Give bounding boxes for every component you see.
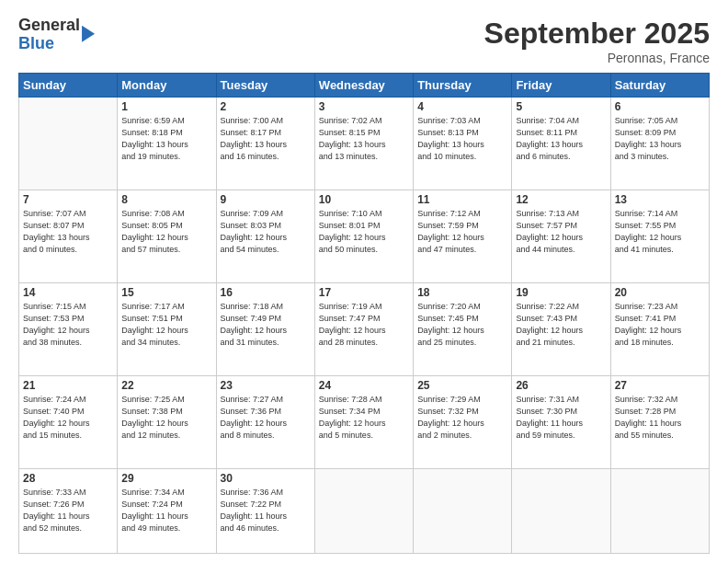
day-header-sunday: Sunday xyxy=(19,74,118,98)
calendar-cell: 12Sunrise: 7:13 AM Sunset: 7:57 PM Dayli… xyxy=(512,190,610,282)
day-number: 16 xyxy=(221,286,311,299)
day-number: 9 xyxy=(221,193,311,206)
day-info: Sunrise: 7:36 AM Sunset: 7:22 PM Dayligh… xyxy=(221,487,311,534)
day-number: 28 xyxy=(23,472,113,485)
logo-general: General xyxy=(18,17,80,35)
day-number: 22 xyxy=(121,379,211,392)
day-number: 19 xyxy=(516,286,606,299)
calendar-cell: 1Sunrise: 6:59 AM Sunset: 8:18 PM Daylig… xyxy=(118,98,216,190)
day-number: 1 xyxy=(121,100,211,113)
day-number: 15 xyxy=(121,286,211,299)
calendar-cell: 24Sunrise: 7:28 AM Sunset: 7:34 PM Dayli… xyxy=(314,375,413,468)
day-info: Sunrise: 7:15 AM Sunset: 7:53 PM Dayligh… xyxy=(23,301,113,349)
calendar-cell: 25Sunrise: 7:29 AM Sunset: 7:32 PM Dayli… xyxy=(414,375,512,468)
calendar-cell: 4Sunrise: 7:03 AM Sunset: 8:13 PM Daylig… xyxy=(414,98,512,190)
calendar-cell xyxy=(610,468,709,554)
day-info: Sunrise: 7:24 AM Sunset: 7:40 PM Dayligh… xyxy=(23,394,113,442)
day-number: 18 xyxy=(417,286,507,299)
calendar-cell: 28Sunrise: 7:33 AM Sunset: 7:26 PM Dayli… xyxy=(19,468,118,554)
day-info: Sunrise: 7:18 AM Sunset: 7:49 PM Dayligh… xyxy=(221,301,311,349)
day-number: 20 xyxy=(615,286,705,299)
month-title: September 2025 xyxy=(484,17,710,51)
day-info: Sunrise: 7:32 AM Sunset: 7:28 PM Dayligh… xyxy=(615,394,705,442)
day-number: 25 xyxy=(417,379,507,392)
calendar-cell xyxy=(19,98,118,190)
day-info: Sunrise: 7:12 AM Sunset: 7:59 PM Dayligh… xyxy=(417,208,507,256)
calendar-cell: 29Sunrise: 7:34 AM Sunset: 7:24 PM Dayli… xyxy=(118,468,216,554)
day-header-monday: Monday xyxy=(118,74,216,98)
day-info: Sunrise: 7:09 AM Sunset: 8:03 PM Dayligh… xyxy=(221,208,311,256)
calendar-cell: 21Sunrise: 7:24 AM Sunset: 7:40 PM Dayli… xyxy=(19,375,118,468)
day-info: Sunrise: 7:05 AM Sunset: 8:09 PM Dayligh… xyxy=(615,115,705,163)
header-row: SundayMondayTuesdayWednesdayThursdayFrid… xyxy=(19,74,710,98)
day-number: 5 xyxy=(516,100,606,113)
calendar-cell: 13Sunrise: 7:14 AM Sunset: 7:55 PM Dayli… xyxy=(610,190,709,282)
week-row-3: 21Sunrise: 7:24 AM Sunset: 7:40 PM Dayli… xyxy=(19,375,710,468)
day-info: Sunrise: 7:29 AM Sunset: 7:32 PM Dayligh… xyxy=(417,394,507,442)
day-info: Sunrise: 7:13 AM Sunset: 7:57 PM Dayligh… xyxy=(516,208,606,256)
calendar-cell: 30Sunrise: 7:36 AM Sunset: 7:22 PM Dayli… xyxy=(216,468,314,554)
calendar-cell: 23Sunrise: 7:27 AM Sunset: 7:36 PM Dayli… xyxy=(216,375,314,468)
day-info: Sunrise: 7:10 AM Sunset: 8:01 PM Dayligh… xyxy=(319,208,409,256)
day-number: 7 xyxy=(23,193,113,206)
day-number: 30 xyxy=(221,472,311,485)
day-info: Sunrise: 7:34 AM Sunset: 7:24 PM Dayligh… xyxy=(121,487,211,534)
calendar-cell: 14Sunrise: 7:15 AM Sunset: 7:53 PM Dayli… xyxy=(19,282,118,375)
calendar-cell: 22Sunrise: 7:25 AM Sunset: 7:38 PM Dayli… xyxy=(118,375,216,468)
day-header-thursday: Thursday xyxy=(414,74,512,98)
subtitle: Peronnas, France xyxy=(484,51,710,65)
day-number: 26 xyxy=(516,379,606,392)
day-number: 12 xyxy=(516,193,606,206)
day-info: Sunrise: 7:25 AM Sunset: 7:38 PM Dayligh… xyxy=(121,394,211,442)
day-number: 4 xyxy=(417,100,507,113)
day-number: 29 xyxy=(121,472,211,485)
calendar-cell: 15Sunrise: 7:17 AM Sunset: 7:51 PM Dayli… xyxy=(118,282,216,375)
calendar-cell: 18Sunrise: 7:20 AM Sunset: 7:45 PM Dayli… xyxy=(414,282,512,375)
calendar-cell: 9Sunrise: 7:09 AM Sunset: 8:03 PM Daylig… xyxy=(216,190,314,282)
week-row-4: 28Sunrise: 7:33 AM Sunset: 7:26 PM Dayli… xyxy=(19,468,710,554)
day-info: Sunrise: 7:33 AM Sunset: 7:26 PM Dayligh… xyxy=(23,487,113,534)
day-info: Sunrise: 7:08 AM Sunset: 8:05 PM Dayligh… xyxy=(121,208,211,256)
day-header-saturday: Saturday xyxy=(610,74,709,98)
day-info: Sunrise: 7:27 AM Sunset: 7:36 PM Dayligh… xyxy=(221,394,311,442)
day-header-friday: Friday xyxy=(512,74,610,98)
calendar-cell: 17Sunrise: 7:19 AM Sunset: 7:47 PM Dayli… xyxy=(314,282,413,375)
calendar-cell: 3Sunrise: 7:02 AM Sunset: 8:15 PM Daylig… xyxy=(314,98,413,190)
page: General Blue September 2025 Peronnas, Fr… xyxy=(0,0,728,563)
calendar-cell: 19Sunrise: 7:22 AM Sunset: 7:43 PM Dayli… xyxy=(512,282,610,375)
day-number: 21 xyxy=(23,379,113,392)
day-info: Sunrise: 7:17 AM Sunset: 7:51 PM Dayligh… xyxy=(121,301,211,349)
day-info: Sunrise: 7:03 AM Sunset: 8:13 PM Dayligh… xyxy=(417,115,507,163)
calendar-cell: 16Sunrise: 7:18 AM Sunset: 7:49 PM Dayli… xyxy=(216,282,314,375)
title-block: September 2025 Peronnas, France xyxy=(484,17,710,65)
calendar-cell xyxy=(512,468,610,554)
calendar-cell: 26Sunrise: 7:31 AM Sunset: 7:30 PM Dayli… xyxy=(512,375,610,468)
calendar-cell xyxy=(414,468,512,554)
calendar-cell: 11Sunrise: 7:12 AM Sunset: 7:59 PM Dayli… xyxy=(414,190,512,282)
day-number: 27 xyxy=(615,379,705,392)
calendar-cell: 5Sunrise: 7:04 AM Sunset: 8:11 PM Daylig… xyxy=(512,98,610,190)
day-info: Sunrise: 7:31 AM Sunset: 7:30 PM Dayligh… xyxy=(516,394,606,442)
logo: General Blue xyxy=(18,17,95,53)
logo-blue: Blue xyxy=(18,35,80,53)
day-number: 8 xyxy=(121,193,211,206)
day-number: 17 xyxy=(319,286,409,299)
day-number: 6 xyxy=(615,100,705,113)
day-info: Sunrise: 6:59 AM Sunset: 8:18 PM Dayligh… xyxy=(121,115,211,163)
week-row-1: 7Sunrise: 7:07 AM Sunset: 8:07 PM Daylig… xyxy=(19,190,710,282)
day-number: 13 xyxy=(615,193,705,206)
day-number: 23 xyxy=(221,379,311,392)
day-info: Sunrise: 7:02 AM Sunset: 8:15 PM Dayligh… xyxy=(319,115,409,163)
day-info: Sunrise: 7:04 AM Sunset: 8:11 PM Dayligh… xyxy=(516,115,606,163)
logo-icon xyxy=(82,26,95,42)
calendar-cell: 8Sunrise: 7:08 AM Sunset: 8:05 PM Daylig… xyxy=(118,190,216,282)
day-number: 3 xyxy=(319,100,409,113)
calendar-cell: 6Sunrise: 7:05 AM Sunset: 8:09 PM Daylig… xyxy=(610,98,709,190)
day-header-wednesday: Wednesday xyxy=(314,74,413,98)
calendar-cell: 27Sunrise: 7:32 AM Sunset: 7:28 PM Dayli… xyxy=(610,375,709,468)
week-row-0: 1Sunrise: 6:59 AM Sunset: 8:18 PM Daylig… xyxy=(19,98,710,190)
calendar-cell: 7Sunrise: 7:07 AM Sunset: 8:07 PM Daylig… xyxy=(19,190,118,282)
day-number: 24 xyxy=(319,379,409,392)
week-row-2: 14Sunrise: 7:15 AM Sunset: 7:53 PM Dayli… xyxy=(19,282,710,375)
calendar: SundayMondayTuesdayWednesdayThursdayFrid… xyxy=(18,73,710,554)
